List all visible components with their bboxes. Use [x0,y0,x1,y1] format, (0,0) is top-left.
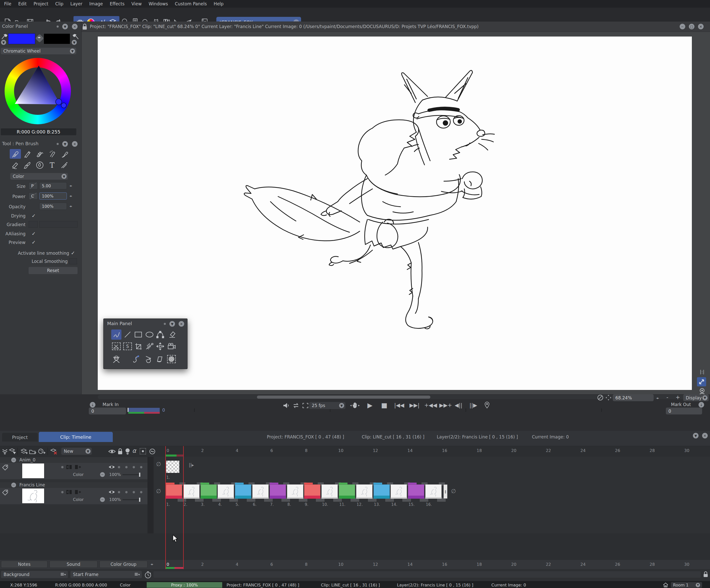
ruler-frame-14[interactable]: 14 [407,448,412,453]
zoom-input[interactable]: 68.24% [613,394,654,401]
frame-cell-11[interactable]: 11. [339,485,356,499]
frame-cell-10[interactable]: 10. [322,485,338,499]
clip-overview-bar[interactable] [127,408,160,412]
frame-body[interactable] [183,485,199,499]
layer-blend-mode[interactable]: Color [73,472,84,477]
layer-opacity-slider[interactable] [122,474,140,475]
frame-body[interactable] [218,485,234,499]
opacity-stepper[interactable]: ◂▸ [69,204,72,208]
prev-instance-button[interactable]: +◀◀ [424,402,437,408]
frame-cell-5[interactable]: 5. [235,485,252,499]
menu-item-custom-panels[interactable]: Custom Panels [175,1,207,6]
layer-option-dot[interactable] [133,466,135,468]
ruler-frame-8[interactable]: 8 [305,562,307,567]
frame-cell-1[interactable]: 1. [166,485,183,499]
color-mode-select[interactable]: Chromatic Wheel ▼ [1,48,76,54]
ruler-frame-16[interactable]: 16 [442,562,447,567]
frame-body[interactable] [322,485,338,499]
flipbook-range-icon[interactable] [302,402,309,408]
ruler-frame-0[interactable]: 0 [167,448,169,453]
menu-item-clip[interactable]: Clip [55,1,64,6]
color-panel-close-icon[interactable]: ✕ [72,24,77,29]
layer-thumbnail[interactable] [22,463,44,478]
frame-body[interactable] [287,485,303,499]
tool-panel-collapse-icon[interactable]: ▼ [62,141,68,147]
camera-tool[interactable] [167,341,177,351]
eyedropper-a-icon[interactable] [1,33,8,40]
frame-cell-2[interactable]: 2. [183,485,200,499]
size-pressure-toggle[interactable]: P [29,182,38,189]
mark-out-input[interactable]: 0 [666,407,702,415]
extend-exposure-handle[interactable]: ||▸ [189,463,194,468]
timeline-close-icon[interactable]: ✕ [702,433,708,439]
ruler-frame-4[interactable]: 4 [236,562,238,567]
power-input[interactable]: 100% [39,192,67,199]
next-frame-button[interactable]: ||▶ [469,402,477,408]
layer-visibility-icon[interactable] [108,465,115,470]
visibility-column-icon[interactable] [108,449,116,454]
ruler-frame-10[interactable]: 10 [338,562,344,567]
track-splitter[interactable] [147,457,153,533]
audio-mute-icon[interactable] [283,402,290,408]
main-panel-collapse-icon[interactable]: ▼ [169,321,175,327]
fit-view-icon[interactable] [697,377,706,386]
frame-cell-6[interactable]: 6. [252,485,269,499]
menu-item-view[interactable]: View [132,1,142,6]
frame-cell-3[interactable]: 3. [200,485,217,499]
opacity-input[interactable]: 100% [39,203,67,210]
frame-cell-9[interactable]: 9. [304,485,321,499]
layer-row-francis[interactable]: Color − 100% [0,488,147,504]
ruler-frame-2[interactable]: 2 [201,562,204,567]
next-instance-button[interactable]: ▶▶+ [439,402,452,408]
color-mode-dropdown-icon[interactable]: ▼ [70,48,75,54]
layer-thumbnail[interactable] [22,488,44,503]
tag-icon[interactable] [2,489,9,496]
go-to-start-button[interactable]: |◀◀ [394,402,404,408]
window-close-icon[interactable]: ✕ [698,24,704,29]
zoom-out-button[interactable]: - [666,394,668,400]
sound-button[interactable]: Sound [49,561,97,568]
scrub-hand-icon[interactable]: ◂ ▸ [350,402,360,408]
fps-dropdown-icon[interactable]: ▼ [339,403,344,408]
ruler-frame-24[interactable]: 24 [581,448,586,453]
room-home-icon[interactable] [663,582,668,587]
ruler-frame-20[interactable]: 20 [511,448,516,453]
ruler-frame-10[interactable]: 10 [338,448,344,453]
power-stepper[interactable]: ◂▸ [69,194,72,198]
instance-head-icon[interactable] [66,465,72,470]
delete-image-tool[interactable] [111,354,121,364]
bookmark-pin-icon[interactable] [484,401,490,408]
alpha-column-icon[interactable]: α [132,447,136,454]
ruler-frame-26[interactable]: 26 [615,562,620,567]
menu-item-layer[interactable]: Layer [70,1,82,6]
preview-checkbox[interactable]: ✓ [32,239,36,245]
brush-mode-dropdown-icon[interactable]: ▼ [62,174,67,179]
bezier-curve-tool[interactable] [155,329,165,340]
tool-panel-close-icon[interactable]: ✕ [72,141,77,147]
frame-cell-14[interactable]: 14. [390,485,407,499]
reset-button[interactable]: Reset [29,267,77,274]
go-to-end-button[interactable]: ▶▶| [409,402,420,408]
group-collapse-icon[interactable]: − [11,483,16,488]
ellipse-tool[interactable] [144,329,155,340]
color-group-button[interactable]: Color Group [99,561,147,568]
stop-button[interactable]: ■ [381,401,387,409]
airbrush-tool[interactable] [46,149,58,159]
zoom-in-button[interactable]: + [676,394,680,400]
ruler-frame-30[interactable]: 30 [684,448,689,453]
pan-view-icon[interactable] [605,394,612,401]
eyedropper-b-icon[interactable] [72,33,79,40]
loop-icon[interactable] [292,402,300,408]
annotation-track[interactable] [153,571,701,578]
menu-item-effects[interactable]: Effects [110,1,124,6]
ruler-frame-30[interactable]: 30 [684,562,689,567]
list-dropdown-icon[interactable] [134,572,140,577]
new-layer-dropdown-icon[interactable]: ▼ [86,449,91,454]
layer-opacity-value[interactable]: 100% [109,497,121,502]
canvas-hscrollbar-thumb[interactable] [257,396,430,399]
layer-option-dot[interactable] [133,491,135,493]
gradient-swatch[interactable] [29,221,38,228]
ruler-frame-22[interactable]: 22 [546,562,551,567]
layer-option-dot[interactable] [118,491,120,493]
clip-end-handle[interactable]: ‖ [443,485,448,499]
